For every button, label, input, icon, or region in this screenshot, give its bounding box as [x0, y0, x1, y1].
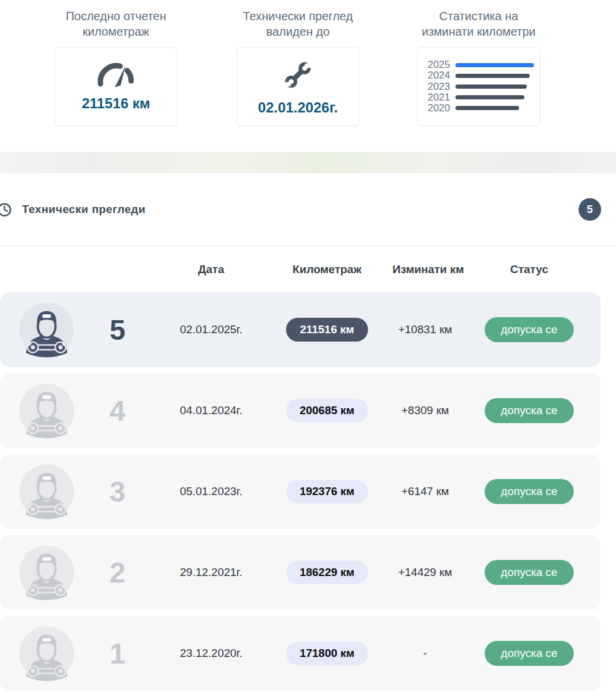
mileage-pill: 211516 км: [286, 318, 367, 342]
year-label: 2020: [423, 102, 450, 114]
mileage-bar-chart: 2025 2024 2023 2021 2020: [418, 60, 539, 114]
inspection-date: 29.12.2021г.: [161, 566, 262, 579]
inspection-number: 3: [74, 475, 161, 508]
card-title: Статистика на изминати километри: [417, 8, 540, 39]
avatar: [0, 383, 74, 439]
year-label: 2025: [423, 59, 450, 71]
summary-card-inspection-valid: Технически преглед валиден до: [237, 8, 359, 126]
card-title: Технически преглед валиден до: [237, 8, 359, 39]
mechanic-avatar-icon: [19, 626, 74, 681]
mileage-bar: [455, 106, 519, 110]
column-header-mileage: Километраж: [262, 263, 392, 276]
inspection-row[interactable]: 5 02.01.2025г. 211516 км +10831 км допус…: [0, 292, 601, 367]
avatar: [0, 545, 74, 600]
mileage-pill: 186229 км: [286, 561, 368, 584]
table-header: Дата Километраж Изминати км Статус: [0, 246, 601, 292]
inspection-row[interactable]: 4 04.01.2024г. 200685 км +8309 км допуск…: [0, 373, 601, 448]
inspection-row[interactable]: 3 05.01.2023г. 192376 км +6147 км допуск…: [0, 454, 601, 529]
inspection-row[interactable]: 1 23.12.2020г. 171800 км - допуска се: [0, 616, 601, 691]
inspection-valid-value: 02.01.2026г.: [258, 99, 338, 116]
inspection-date: 23.12.2020г.: [161, 647, 262, 660]
status-button[interactable]: допуска се: [485, 560, 573, 585]
inspection-row[interactable]: 2 29.12.2021г. 186229 км +14429 км допус…: [0, 535, 601, 610]
mileage-pill: 192376 км: [286, 480, 368, 503]
mileage-bar: [455, 84, 527, 89]
column-header-status: Статус: [458, 263, 601, 276]
year-label: 2021: [423, 92, 450, 104]
delta-km: +8309 км: [392, 404, 458, 417]
year-label: 2023: [423, 81, 450, 93]
inspection-number: 4: [74, 395, 161, 427]
delta-km: -: [392, 647, 458, 660]
mileage-bar: [455, 74, 530, 78]
column-header-date: Дата: [161, 263, 262, 276]
chart-row: 2025: [423, 60, 535, 70]
delta-km: +6147 км: [392, 485, 458, 498]
mileage-pill: 171800 км: [286, 641, 368, 665]
mileage-bar: [455, 95, 524, 99]
summary-section: Последно отчетен километраж 211516 км Те…: [0, 0, 616, 152]
inspection-date: 05.01.2023г.: [161, 485, 262, 498]
inspection-count-badge: 5: [579, 198, 601, 221]
mechanic-avatar-icon: [19, 545, 74, 600]
chart-row: 2024: [423, 70, 535, 81]
inspections-header: Технически прегледи 5: [0, 173, 616, 246]
year-label: 2024: [423, 70, 450, 82]
mileage-bar: [455, 63, 534, 67]
delta-km: +14429 км: [392, 566, 458, 579]
mechanic-avatar-icon: [19, 383, 74, 439]
inspection-date: 04.01.2024г.: [161, 404, 262, 417]
mileage-pill: 200685 км: [286, 399, 368, 422]
card-title: Последно отчетен километраж: [55, 8, 177, 39]
chart-row: 2023: [423, 81, 535, 92]
inspection-date: 02.01.2025г.: [161, 323, 262, 336]
avatar: [0, 464, 74, 519]
mechanic-avatar-icon: [19, 302, 74, 358]
inspection-number: 1: [74, 637, 161, 670]
wrench-icon: [280, 57, 316, 93]
chart-row: 2020: [423, 103, 535, 114]
mileage-stats-card: 2025 2024 2023 2021 2020: [417, 47, 540, 126]
avatar: [0, 626, 74, 681]
inspection-valid-card: 02.01.2026г.: [237, 47, 359, 126]
avatar: [0, 302, 74, 358]
status-button[interactable]: допуска се: [485, 641, 573, 666]
inspection-number: 2: [74, 556, 161, 589]
photo-strip: [0, 152, 616, 173]
last-mileage-card: 211516 км: [55, 47, 177, 126]
status-button[interactable]: допуска се: [485, 398, 573, 423]
section-title: Технически прегледи: [22, 203, 146, 216]
status-button[interactable]: допуска се: [485, 317, 573, 342]
status-button[interactable]: допуска се: [485, 479, 573, 504]
speedometer-icon: [96, 61, 136, 89]
mechanic-avatar-icon: [19, 464, 74, 519]
inspections-list: 5 02.01.2025г. 211516 км +10831 км допус…: [0, 292, 616, 691]
summary-card-last-mileage: Последно отчетен километраж 211516 км: [55, 8, 177, 126]
inspection-number: 5: [74, 314, 161, 346]
delta-km: +10831 км: [392, 323, 458, 336]
column-header-delta: Изминати км: [392, 263, 458, 276]
summary-card-mileage-stats: Статистика на изминати километри 2025 20…: [417, 8, 540, 126]
last-mileage-value: 211516 км: [81, 95, 150, 112]
clock-history-icon: [0, 202, 12, 218]
chart-row: 2021: [423, 92, 535, 103]
